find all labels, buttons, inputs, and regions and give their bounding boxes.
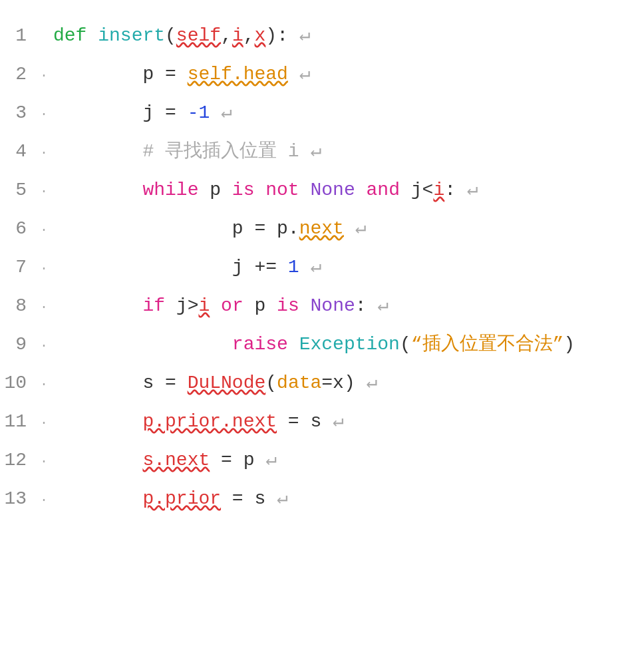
- line-content: raise Exception(“插入位置不合法”): [53, 335, 642, 354]
- code-line: 3· j = -1 ↵: [0, 97, 642, 136]
- token: ↵: [221, 102, 232, 123]
- code-editor: 1def insert(self,i,x): ↵2· p = self.head…: [0, 13, 642, 528]
- line-content: s.next = p ↵: [53, 451, 642, 470]
- token: -1: [188, 102, 210, 123]
- line-number: 3: [0, 104, 40, 122]
- token: None: [311, 180, 355, 200]
- token: (: [165, 25, 176, 46]
- line-dot: ·: [40, 262, 53, 275]
- token: = s: [221, 488, 277, 509]
- token: ↵: [310, 257, 321, 277]
- token: 1: [288, 257, 299, 277]
- code-line: 8· if j>i or p is None: ↵: [0, 290, 642, 329]
- line-number: 11: [0, 413, 40, 431]
- token: data: [277, 373, 321, 393]
- token: [53, 180, 142, 200]
- line-number: 7: [0, 258, 40, 277]
- line-dot: ·: [40, 417, 53, 430]
- token: [53, 488, 142, 509]
- token: ↵: [310, 141, 321, 162]
- line-dot: ·: [40, 455, 53, 468]
- code-line: 12· s.next = p ↵: [0, 444, 642, 483]
- token: ,: [221, 25, 232, 46]
- token: j<: [400, 180, 433, 200]
- token: [210, 295, 221, 316]
- line-number: 4: [0, 142, 40, 161]
- token: [210, 102, 221, 123]
- token: [344, 218, 355, 239]
- token: # 寻找插入位置 i: [142, 141, 299, 162]
- token: ↵: [467, 180, 478, 200]
- line-number: 13: [0, 490, 40, 508]
- line-dot: ·: [40, 494, 53, 507]
- token: j =: [53, 102, 188, 123]
- line-dot: ·: [40, 224, 53, 237]
- token: ): [563, 334, 575, 355]
- token: i: [232, 25, 243, 46]
- token: if: [142, 295, 165, 316]
- token: insert: [98, 25, 165, 46]
- line-content: p = self.head ↵: [53, 65, 642, 84]
- token: (: [400, 334, 411, 355]
- token: :: [444, 180, 467, 200]
- token: ↵: [277, 488, 288, 509]
- line-number: 10: [0, 374, 40, 393]
- line-dot: ·: [40, 339, 53, 353]
- token: [53, 334, 232, 355]
- token: self: [176, 25, 221, 46]
- token: = p: [210, 450, 265, 470]
- code-line: 1def insert(self,i,x): ↵: [0, 20, 642, 59]
- token: = s: [277, 411, 333, 432]
- code-line: 5· while p is not None and j<i: ↵: [0, 174, 642, 213]
- token: p.prior: [142, 488, 221, 509]
- token: [288, 64, 299, 84]
- line-dot: ·: [40, 185, 53, 198]
- token: p =: [53, 64, 188, 84]
- token: [53, 141, 142, 162]
- line-content: if j>i or p is None: ↵: [53, 297, 642, 315]
- token: and: [367, 180, 400, 200]
- line-content: j += 1 ↵: [53, 258, 642, 277]
- token: ↵: [333, 411, 344, 432]
- line-number: 5: [0, 181, 40, 200]
- code-line: 10· s = DuLNode(data=x) ↵: [0, 367, 642, 406]
- token: [53, 295, 142, 316]
- token: (: [265, 373, 277, 393]
- token: [288, 334, 299, 355]
- line-content: j = -1 ↵: [53, 104, 642, 122]
- token: [53, 411, 142, 432]
- line-number: 8: [0, 297, 40, 315]
- line-dot: ·: [40, 301, 53, 314]
- token: is: [277, 295, 299, 316]
- token: s =: [53, 373, 188, 393]
- token: p: [198, 180, 232, 200]
- line-content: # 寻找插入位置 i ↵: [53, 142, 642, 161]
- token: ↵: [377, 295, 389, 316]
- token: [53, 450, 142, 470]
- line-dot: ·: [40, 378, 53, 391]
- token: Exception: [299, 334, 400, 355]
- token: next: [299, 218, 344, 239]
- token: =x): [321, 373, 366, 393]
- code-line: 6· p = p.next ↵: [0, 213, 642, 252]
- token: j +=: [53, 257, 288, 277]
- token: def: [53, 25, 98, 46]
- line-number: 1: [0, 27, 40, 45]
- line-content: p.prior = s ↵: [53, 490, 642, 508]
- token: ↵: [355, 218, 367, 239]
- token: or: [221, 295, 243, 316]
- line-number: 9: [0, 335, 40, 354]
- line-dot: ·: [40, 69, 53, 83]
- code-line: 4· # 寻找插入位置 i ↵: [0, 136, 642, 174]
- token: is not: [232, 180, 299, 200]
- line-content: while p is not None and j<i: ↵: [53, 181, 642, 200]
- token: “插入位置不合法”: [411, 334, 564, 355]
- token: j>: [165, 295, 198, 316]
- token: [355, 180, 367, 200]
- line-dot: ·: [40, 146, 53, 160]
- code-line: 7· j += 1 ↵: [0, 252, 642, 290]
- token: ↵: [299, 25, 311, 46]
- token: [299, 141, 311, 162]
- line-dot: ·: [40, 108, 53, 121]
- token: :: [277, 25, 299, 46]
